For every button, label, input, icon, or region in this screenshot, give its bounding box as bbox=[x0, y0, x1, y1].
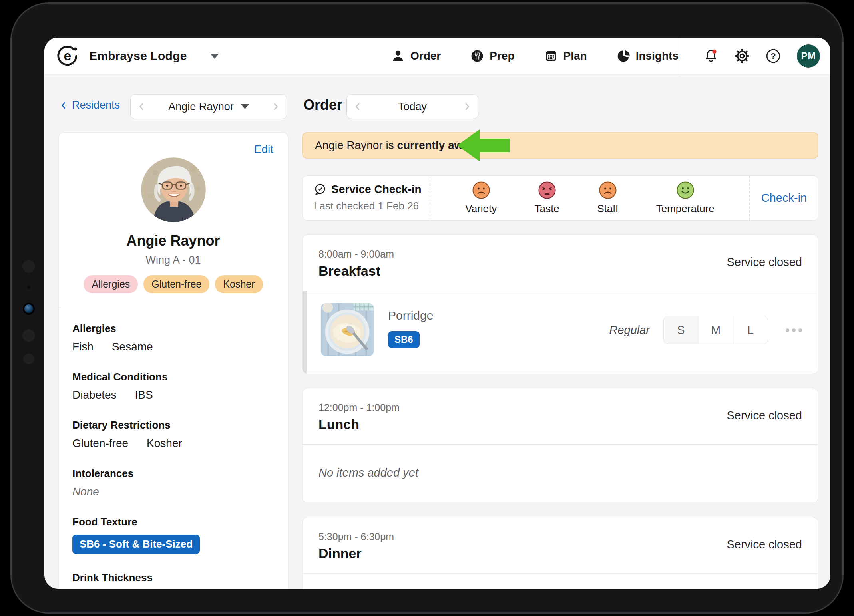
tag-allergies: Allergies bbox=[84, 275, 138, 293]
back-to-residents-link[interactable]: Residents bbox=[58, 99, 120, 111]
section-value: Kosher bbox=[147, 437, 182, 450]
section-intolerances: Intolerances None bbox=[72, 467, 274, 498]
profile-sections: Allergies Fish Sesame Medical Conditions… bbox=[72, 322, 274, 589]
section-allergies: Allergies Fish Sesame bbox=[72, 322, 274, 353]
section-title: Dietary Restrictions bbox=[72, 419, 274, 431]
date-next-button[interactable] bbox=[456, 101, 478, 112]
rating-label: Temperature bbox=[656, 203, 715, 215]
chevron-left-icon bbox=[352, 101, 363, 112]
bell-icon bbox=[703, 48, 719, 64]
section-food-texture: Food Texture SB6 - Soft & Bite-Sized bbox=[72, 516, 274, 554]
nav-tab-label: Prep bbox=[490, 50, 514, 62]
checkin-bubble-icon bbox=[314, 183, 326, 196]
size-selector: S M L bbox=[663, 316, 768, 344]
date-prev-button[interactable] bbox=[347, 101, 368, 112]
order-item-porridge: Porridge SB6 Regular S M L bbox=[321, 303, 802, 356]
user-avatar[interactable]: PM bbox=[797, 44, 820, 68]
meal-name: Lunch bbox=[319, 417, 400, 432]
app-screen: e Embrayse Lodge Order bbox=[44, 38, 830, 589]
portion-label: Regular bbox=[609, 324, 650, 337]
checkin-title: Service Check-in bbox=[331, 183, 422, 196]
notifications-button[interactable] bbox=[703, 48, 719, 64]
resident-room: Wing A - 01 bbox=[72, 254, 274, 266]
service-checkin-card: Service Check-in Last checked 1 Feb 26 bbox=[302, 175, 818, 221]
food-texture-badge: SB6 - Soft & Bite-Sized bbox=[72, 535, 200, 554]
resident-prev-button[interactable] bbox=[131, 101, 152, 112]
section-drink-thickness: Drink Thickness ST1 - Slightly Thick bbox=[72, 572, 274, 589]
nav-tab-plan[interactable]: Plan bbox=[544, 49, 587, 63]
profile-divider bbox=[59, 308, 288, 308]
section-value: IBS bbox=[135, 389, 153, 401]
chevron-left-icon bbox=[58, 100, 69, 111]
meal-status: Service closed bbox=[727, 256, 802, 269]
away-banner: Angie Raynor is currently away. bbox=[302, 132, 818, 159]
tablet-frame: e Embrayse Lodge Order bbox=[10, 2, 844, 614]
edit-profile-link[interactable]: Edit bbox=[254, 143, 273, 156]
settings-button[interactable] bbox=[735, 48, 750, 64]
checkin-button[interactable]: Check-in bbox=[750, 176, 818, 220]
section-title: Food Texture bbox=[72, 516, 274, 528]
meal-name: Dinner bbox=[319, 546, 394, 561]
toolbar-row: Residents Angie Raynor Order bbox=[44, 94, 830, 119]
resident-dropdown[interactable]: Angie Raynor bbox=[168, 101, 249, 113]
svg-text:?: ? bbox=[770, 52, 776, 61]
app-logo-icon: e bbox=[57, 45, 79, 67]
help-button[interactable]: ? bbox=[766, 48, 781, 64]
bezel-camera-large bbox=[22, 260, 35, 273]
banner-text-prefix: Angie Raynor is bbox=[315, 139, 397, 151]
empty-items-text: No items added yet bbox=[303, 445, 818, 503]
size-button-l[interactable]: L bbox=[733, 316, 768, 344]
org-name: Embrayse Lodge bbox=[89, 49, 187, 63]
nav-tab-label: Plan bbox=[563, 50, 587, 62]
tag-gluten-free: Gluten-free bbox=[143, 275, 209, 293]
service-checkin-info: Service Check-in Last checked 1 Feb 26 bbox=[303, 176, 430, 220]
angry-face-icon bbox=[538, 181, 556, 199]
nav-tab-insights[interactable]: Insights bbox=[617, 49, 679, 63]
resident-photo bbox=[141, 157, 206, 222]
size-button-m[interactable]: M bbox=[698, 316, 733, 344]
section-title: Intolerances bbox=[72, 467, 274, 480]
bezel-camera-3 bbox=[23, 353, 34, 364]
checkin-subtitle: Last checked 1 Feb 26 bbox=[314, 200, 430, 212]
bezel-sensor-dot bbox=[27, 285, 30, 288]
section-title: Medical Conditions bbox=[72, 371, 274, 383]
meal-card-dinner: 5:30pm - 6:30pm Dinner Service closed No… bbox=[302, 517, 818, 589]
help-icon: ? bbox=[766, 48, 781, 64]
resident-tags: Allergies Gluten-free Kosher bbox=[72, 275, 274, 293]
meal-status: Service closed bbox=[727, 409, 802, 422]
bezel-camera-lens bbox=[24, 304, 33, 313]
resident-profile-card: Edit bbox=[58, 132, 288, 589]
item-texture-badge: SB6 bbox=[388, 331, 420, 348]
top-navbar: e Embrayse Lodge Order bbox=[44, 38, 830, 75]
org-dropdown-caret[interactable] bbox=[210, 54, 219, 59]
happy-face-icon bbox=[676, 181, 695, 199]
nav-divider bbox=[679, 38, 679, 74]
svg-text:e: e bbox=[64, 48, 71, 63]
green-arrow-annotation bbox=[457, 128, 510, 163]
gear-icon bbox=[735, 48, 750, 64]
chevron-right-icon bbox=[270, 101, 281, 112]
rating-variety: Variety bbox=[465, 181, 497, 215]
nav-tab-prep[interactable]: Prep bbox=[470, 49, 514, 63]
meal-status: Service closed bbox=[727, 538, 802, 551]
section-medical-conditions: Medical Conditions Diabetes IBS bbox=[72, 371, 274, 401]
meal-card-lunch: 12:00pm - 1:00pm Lunch Service closed No… bbox=[302, 388, 818, 503]
resident-next-button[interactable] bbox=[265, 101, 287, 112]
sad-face-icon bbox=[599, 181, 617, 199]
section-value: Diabetes bbox=[72, 389, 117, 401]
resident-full-name: Angie Raynor bbox=[72, 232, 274, 249]
nav-tab-order[interactable]: Order bbox=[391, 49, 441, 63]
resident-name: Angie Raynor bbox=[168, 101, 234, 113]
chevron-right-icon bbox=[462, 101, 473, 112]
size-button-s[interactable]: S bbox=[664, 316, 698, 344]
rating-staff: Staff bbox=[597, 181, 618, 215]
section-dietary-restrictions: Dietary Restrictions Gluten-free Kosher bbox=[72, 419, 274, 450]
item-more-menu[interactable] bbox=[786, 328, 802, 332]
section-title: Drink Thickness bbox=[72, 572, 274, 584]
rating-label: Variety bbox=[465, 203, 497, 215]
item-accent-bar bbox=[303, 291, 307, 374]
nav-utilities: ? PM bbox=[703, 44, 820, 68]
page-title: Order bbox=[303, 97, 342, 113]
section-value: Fish bbox=[72, 340, 94, 353]
rating-taste: Taste bbox=[535, 181, 559, 215]
